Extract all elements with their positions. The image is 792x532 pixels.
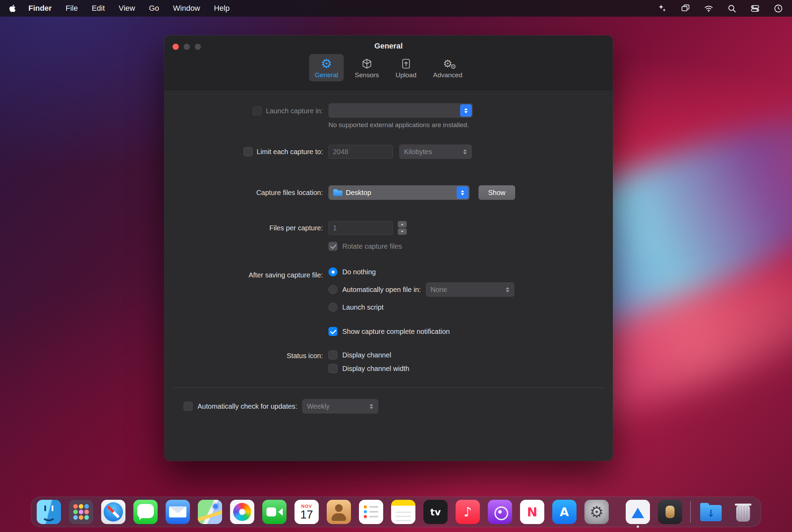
status-icon-label: Status icon: (287, 352, 323, 360)
tab-upload[interactable]: Upload (390, 54, 422, 81)
updates-checkbox[interactable] (184, 402, 193, 411)
preferences-window: General ⚙GeneralSensorsUpload⚙⚙Advanced … (164, 35, 613, 461)
menu-window[interactable]: Window (173, 4, 200, 12)
dock-safari-icon[interactable] (101, 500, 125, 524)
notification-row: Show capture complete notification (328, 327, 613, 336)
preferences-tabs: ⚙GeneralSensorsUpload⚙⚙Advanced (164, 54, 613, 81)
launch-capture-select[interactable] (328, 103, 473, 118)
files-per-capture-label: Files per capture: (269, 224, 323, 232)
launch-script-radio[interactable] (328, 303, 337, 312)
do-nothing-radio[interactable] (328, 267, 337, 276)
dock-messages-icon[interactable] (133, 500, 158, 524)
limit-capture-checkbox[interactable] (244, 147, 253, 156)
menu-items: FileEditViewGoWindowHelp (65, 4, 244, 13)
upload-icon (400, 57, 412, 71)
gears-icon: ⚙⚙ (443, 57, 452, 71)
show-button[interactable]: Show (478, 185, 515, 200)
dock-facetime-icon[interactable] (262, 500, 287, 524)
folder-icon (333, 189, 342, 196)
dock-sysprefs-icon[interactable]: ⚙ (584, 500, 609, 524)
tab-label: Upload (396, 71, 416, 79)
dock-notes-icon[interactable] (391, 500, 415, 524)
launch-capture-label: Launch capture in: (266, 107, 323, 115)
dock-appcapture-icon[interactable] (626, 500, 650, 524)
sparkles-icon[interactable] (658, 4, 667, 13)
dock-trash-icon[interactable] (731, 500, 755, 524)
open-file-select[interactable]: None (426, 282, 514, 297)
dock-news-icon[interactable]: N (520, 500, 544, 524)
capture-location-label: Capture files location: (256, 189, 323, 197)
files-per-capture-field[interactable]: 1 (328, 221, 393, 235)
rotate-files-checkbox[interactable] (328, 242, 337, 251)
do-nothing-label: Do nothing (342, 268, 376, 276)
files-per-capture-row: Files per capture: 1 (164, 220, 613, 236)
control-center-icon[interactable] (750, 4, 760, 13)
launch-capture-checkbox[interactable] (253, 106, 262, 115)
dock-finder-icon[interactable] (37, 500, 61, 524)
dock-contacts-icon[interactable] (327, 500, 351, 524)
popup-arrows-icon (459, 145, 471, 158)
menu-help[interactable]: Help (214, 4, 230, 12)
windows-stack-icon[interactable] (681, 4, 690, 13)
active-app-menu[interactable]: Finder (28, 4, 52, 13)
files-per-capture-stepper[interactable] (398, 221, 407, 235)
dock-maps-icon[interactable] (198, 500, 222, 524)
display-channel-checkbox[interactable] (328, 351, 337, 360)
display-channel-label: Display channel (342, 351, 391, 359)
minimize-button[interactable] (184, 44, 190, 50)
sysprefs-glyph: ⚙ (589, 504, 604, 520)
dock-appaudio-icon[interactable] (658, 500, 682, 524)
menu-file[interactable]: File (65, 4, 78, 12)
stepper-down-icon[interactable] (398, 228, 407, 235)
dock-music-icon[interactable]: ♪ (456, 500, 480, 524)
menu-edit[interactable]: Edit (92, 4, 105, 12)
limit-unit-select[interactable]: Kilobytes (399, 144, 472, 159)
dock-photos-icon[interactable] (230, 500, 254, 524)
close-button[interactable] (173, 44, 179, 50)
appletv-glyph: tv (430, 507, 441, 517)
music-glyph: ♪ (464, 504, 472, 520)
dock-downloads-icon[interactable]: ↓ (699, 500, 723, 524)
display-channel-width-label: Display channel width (342, 365, 409, 373)
dock-calendar-icon[interactable]: NOV17 (294, 500, 319, 524)
menu-status-icons (658, 4, 783, 13)
capture-location-select[interactable]: Desktop (328, 185, 469, 200)
search-icon[interactable] (727, 4, 737, 13)
popup-arrows-icon (502, 283, 513, 296)
tab-label: Sensors (355, 71, 379, 79)
launch-capture-note: No supported external applications are i… (328, 121, 469, 129)
tab-general[interactable]: ⚙General (309, 54, 344, 81)
zoom-button[interactable] (195, 44, 201, 50)
dock-mail-icon[interactable] (166, 500, 190, 524)
wifi-icon[interactable] (704, 4, 713, 13)
open-file-radio[interactable] (328, 285, 337, 294)
tab-advanced[interactable]: ⚙⚙Advanced (428, 54, 468, 81)
updates-frequency-select[interactable]: Weekly (302, 399, 378, 414)
menu-view[interactable]: View (119, 4, 135, 12)
clock-icon[interactable] (774, 4, 783, 13)
traffic-lights (173, 44, 201, 50)
tab-label: General (315, 71, 338, 79)
updates-label: Automatically check for updates: (197, 402, 297, 410)
tab-sensors[interactable]: Sensors (349, 54, 385, 81)
gear-icon: ⚙ (321, 57, 332, 71)
menu-go[interactable]: Go (149, 4, 159, 12)
dock-podcasts-icon[interactable] (488, 500, 512, 524)
dock-launchpad-icon[interactable] (69, 500, 93, 524)
appstore-glyph: A (560, 505, 569, 519)
dock-appletv-icon[interactable]: tv (423, 500, 448, 524)
launch-script-label: Launch script (342, 303, 384, 311)
notification-checkbox[interactable] (328, 327, 337, 336)
apple-menu-icon[interactable] (9, 4, 17, 13)
do-nothing-option: Do nothing (328, 267, 376, 276)
display-channel-width-checkbox[interactable] (328, 364, 337, 373)
stepper-up-icon[interactable] (398, 221, 407, 228)
limit-size-field[interactable]: 2048 (328, 145, 393, 159)
dock-appstore-icon[interactable]: A (552, 500, 577, 524)
popup-arrows-icon (366, 400, 377, 413)
notification-label: Show capture complete notification (342, 328, 450, 336)
capture-location-row: Capture files location: Desktop Show (164, 185, 613, 200)
rotate-files-row: Rotate capture files (328, 242, 613, 251)
dock: NOV17tv♪NA⚙↓ (31, 497, 761, 527)
dock-reminders-icon[interactable] (359, 500, 383, 524)
